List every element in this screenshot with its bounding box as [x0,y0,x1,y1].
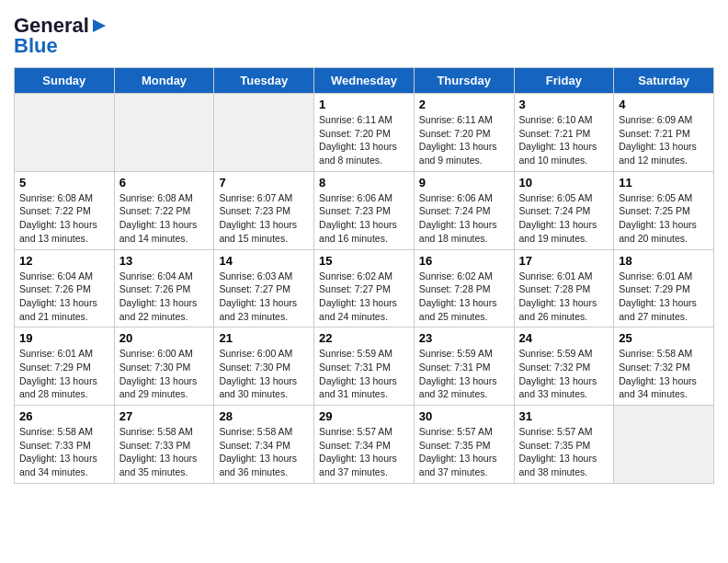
daylight-label: Daylight: 13 hours and 33 minutes. [519,375,597,400]
sunset-text: Sunset: 7:24 PM [419,205,491,216]
sunset-text: Sunset: 7:29 PM [619,283,690,294]
day-number: 19 [19,331,109,345]
day-number: 2 [419,98,509,111]
sunrise-text: Sunrise: 6:10 AM [519,114,593,125]
day-number: 21 [219,331,309,345]
sunrise-text: Sunrise: 6:05 AM [519,192,593,203]
calendar-cell: 30Sunrise: 5:57 AMSunset: 7:35 PMDayligh… [414,406,514,484]
weekday-header-friday: Friday [514,68,614,94]
daylight-label: Daylight: 13 hours and 35 minutes. [119,453,198,477]
sunset-text: Sunset: 7:34 PM [319,440,391,451]
sunset-text: Sunset: 7:31 PM [419,362,491,373]
day-info: Sunrise: 6:01 AMSunset: 7:29 PMDaylight:… [619,270,709,324]
calendar-cell: 28Sunrise: 5:58 AMSunset: 7:34 PMDayligh… [214,406,314,484]
sunset-text: Sunset: 7:26 PM [119,283,191,294]
day-info: Sunrise: 6:06 AMSunset: 7:23 PMDaylight:… [319,191,409,246]
day-info: Sunrise: 5:58 AMSunset: 7:33 PMDaylight:… [119,425,210,479]
sunset-text: Sunset: 7:26 PM [19,283,91,294]
daylight-label: Daylight: 13 hours and 37 minutes. [319,453,397,477]
day-info: Sunrise: 6:04 AMSunset: 7:26 PMDaylight:… [19,270,109,324]
daylight-label: Daylight: 13 hours and 25 minutes. [419,297,497,322]
sunrise-text: Sunrise: 6:04 AM [119,270,193,282]
daylight-label: Daylight: 13 hours and 23 minutes. [219,297,297,322]
day-number: 11 [619,176,709,190]
day-number: 4 [619,98,709,111]
day-info: Sunrise: 6:00 AMSunset: 7:30 PMDaylight:… [119,347,210,401]
day-info: Sunrise: 6:08 AMSunset: 7:22 PMDaylight:… [119,191,210,246]
day-info: Sunrise: 5:59 AMSunset: 7:32 PMDaylight:… [519,347,609,401]
calendar-table: SundayMondayTuesdayWednesdayThursdayFrid… [14,67,714,484]
calendar-cell: 1Sunrise: 6:11 AMSunset: 7:20 PMDaylight… [314,94,415,172]
day-info: Sunrise: 6:08 AMSunset: 7:22 PMDaylight:… [19,191,109,246]
day-info: Sunrise: 6:07 AMSunset: 7:23 PMDaylight:… [219,191,309,246]
sunrise-text: Sunrise: 6:08 AM [119,192,193,203]
calendar-cell: 20Sunrise: 6:00 AMSunset: 7:30 PMDayligh… [114,327,214,406]
sunset-text: Sunset: 7:31 PM [319,362,391,373]
day-info: Sunrise: 6:01 AMSunset: 7:29 PMDaylight:… [19,347,109,401]
calendar-week-row-1: 1Sunrise: 6:11 AMSunset: 7:20 PMDaylight… [15,94,714,172]
page-header: General Blue [14,14,714,58]
day-info: Sunrise: 5:59 AMSunset: 7:31 PMDaylight:… [419,347,509,401]
sunset-text: Sunset: 7:23 PM [219,205,290,216]
day-number: 24 [519,331,609,345]
day-info: Sunrise: 6:10 AMSunset: 7:21 PMDaylight:… [519,113,609,167]
sunrise-text: Sunrise: 5:57 AM [319,426,392,437]
daylight-label: Daylight: 13 hours and 8 minutes. [319,141,397,166]
calendar-cell: 23Sunrise: 5:59 AMSunset: 7:31 PMDayligh… [414,327,514,406]
day-number: 27 [119,409,210,423]
sunset-text: Sunset: 7:23 PM [319,205,391,216]
day-number: 20 [119,331,210,345]
calendar-cell: 8Sunrise: 6:06 AMSunset: 7:23 PMDaylight… [314,171,415,249]
sunrise-text: Sunrise: 6:02 AM [419,270,493,282]
daylight-label: Daylight: 13 hours and 36 minutes. [219,453,297,477]
calendar-cell: 18Sunrise: 6:01 AMSunset: 7:29 PMDayligh… [614,249,714,327]
day-info: Sunrise: 5:58 AMSunset: 7:32 PMDaylight:… [619,347,709,401]
calendar-cell: 16Sunrise: 6:02 AMSunset: 7:28 PMDayligh… [414,249,514,327]
sunset-text: Sunset: 7:32 PM [519,362,591,373]
day-number: 28 [219,409,309,423]
sunset-text: Sunset: 7:21 PM [519,128,591,139]
sunrise-text: Sunrise: 5:57 AM [419,426,493,437]
calendar-cell: 27Sunrise: 5:58 AMSunset: 7:33 PMDayligh… [114,406,214,484]
daylight-label: Daylight: 13 hours and 9 minutes. [419,141,497,166]
day-info: Sunrise: 6:06 AMSunset: 7:24 PMDaylight:… [419,191,509,246]
day-number: 23 [419,331,509,345]
weekday-header-monday: Monday [114,68,214,94]
daylight-label: Daylight: 13 hours and 16 minutes. [319,219,397,244]
calendar-cell [214,94,314,172]
day-info: Sunrise: 6:11 AMSunset: 7:20 PMDaylight:… [419,113,509,167]
sunset-text: Sunset: 7:32 PM [619,362,690,373]
daylight-label: Daylight: 13 hours and 38 minutes. [519,453,597,477]
sunset-text: Sunset: 7:30 PM [119,362,191,373]
sunset-text: Sunset: 7:20 PM [419,128,491,139]
calendar-cell: 6Sunrise: 6:08 AMSunset: 7:22 PMDaylight… [114,171,214,249]
calendar-cell [15,94,115,172]
weekday-header-tuesday: Tuesday [214,68,314,94]
daylight-label: Daylight: 13 hours and 10 minutes. [519,141,597,166]
weekday-header-sunday: Sunday [15,68,115,94]
day-number: 7 [219,176,309,190]
calendar-cell: 29Sunrise: 5:57 AMSunset: 7:34 PMDayligh… [314,406,415,484]
sunrise-text: Sunrise: 5:59 AM [419,348,493,359]
weekday-header-thursday: Thursday [414,68,514,94]
day-number: 22 [319,331,409,345]
day-number: 15 [319,254,409,268]
sunrise-text: Sunrise: 6:03 AM [219,270,292,282]
daylight-label: Daylight: 13 hours and 31 minutes. [319,375,397,400]
calendar-cell: 5Sunrise: 6:08 AMSunset: 7:22 PMDaylight… [15,171,115,249]
calendar-week-row-2: 5Sunrise: 6:08 AMSunset: 7:22 PMDaylight… [15,171,714,249]
sunrise-text: Sunrise: 6:01 AM [19,348,93,359]
sunset-text: Sunset: 7:22 PM [119,205,191,216]
sunset-text: Sunset: 7:22 PM [19,205,91,216]
daylight-label: Daylight: 13 hours and 37 minutes. [419,453,497,477]
daylight-label: Daylight: 13 hours and 34 minutes. [619,375,697,400]
sunrise-text: Sunrise: 6:01 AM [619,270,692,282]
sunset-text: Sunset: 7:29 PM [19,362,91,373]
sunset-text: Sunset: 7:33 PM [119,440,191,451]
day-info: Sunrise: 5:58 AMSunset: 7:34 PMDaylight:… [219,425,309,479]
day-info: Sunrise: 6:11 AMSunset: 7:20 PMDaylight:… [319,113,409,167]
sunset-text: Sunset: 7:27 PM [319,283,391,294]
day-info: Sunrise: 5:57 AMSunset: 7:34 PMDaylight:… [319,425,409,479]
svg-marker-0 [93,19,106,32]
calendar-cell: 10Sunrise: 6:05 AMSunset: 7:24 PMDayligh… [514,171,614,249]
